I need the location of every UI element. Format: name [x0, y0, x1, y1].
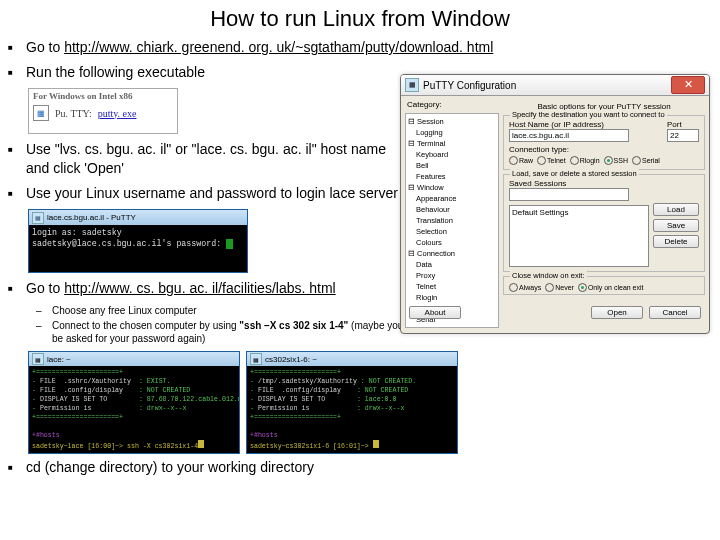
saved-sessions-label: Saved Sessions — [509, 179, 699, 188]
tree-node[interactable]: ⊟ Window — [408, 182, 496, 193]
category-label: Category: — [407, 100, 503, 109]
radio-option[interactable]: Always — [509, 283, 541, 292]
port-input[interactable] — [667, 129, 699, 142]
radio-option[interactable]: Only on clean exit — [578, 283, 644, 292]
term-left-title: lace: ~ — [47, 355, 71, 364]
dash-icon: – — [36, 304, 52, 317]
putty-icon: ▦ — [405, 78, 419, 92]
bullet-icon: ■ — [0, 184, 26, 203]
config-title: PuTTY Configuration — [423, 80, 516, 91]
step1-text: Go to — [26, 39, 64, 55]
radio-option[interactable]: Rlogin — [570, 156, 600, 165]
radio-option[interactable]: Never — [545, 283, 574, 292]
cursor-icon — [373, 440, 379, 448]
config-bottom-bar: About Open Cancel — [401, 306, 709, 319]
category-tree[interactable]: ⊟ SessionLogging⊟ TerminalKeyboardBellFe… — [405, 113, 499, 328]
tree-node[interactable]: Proxy — [408, 270, 496, 281]
config-titlebar: ▦PuTTY Configuration ✕ — [401, 75, 709, 96]
tree-node[interactable]: Selection — [408, 226, 496, 237]
conn-type-radios[interactable]: RawTelnetRloginSSHSerial — [509, 156, 699, 165]
tree-node[interactable]: Keyboard — [408, 149, 496, 160]
tree-node[interactable]: Telnet — [408, 281, 496, 292]
delete-button[interactable]: Delete — [653, 235, 699, 248]
tree-node[interactable]: Data — [408, 259, 496, 270]
radio-option[interactable]: SSH — [604, 156, 628, 165]
putty-icon: ▦ — [33, 105, 49, 121]
bullet-icon: ■ — [0, 140, 26, 159]
putty-icon: ▦ — [32, 353, 44, 365]
group-legend: Load, save or delete a stored session — [510, 169, 639, 178]
cancel-button[interactable]: Cancel — [649, 306, 701, 319]
putty-download-link[interactable]: http://www. chiark. greenend. org. uk/~s… — [64, 39, 493, 55]
tree-node[interactable]: Colours — [408, 237, 496, 248]
tree-node[interactable]: Logging — [408, 127, 496, 138]
group-close-on-exit: Close window on exit: AlwaysNeverOnly on… — [503, 276, 705, 295]
lace-terminal: login as: sadetsky sadetsky@lace.cs.bgu.… — [29, 225, 247, 272]
tree-node[interactable]: ⊟ Terminal — [408, 138, 496, 149]
host-input[interactable] — [509, 129, 629, 142]
bullet-step-3: ■ Use "lvs. cs. bgu. ac. il" or "lace. c… — [0, 140, 410, 178]
conn-type-label: Connection type: — [509, 145, 699, 154]
save-button[interactable]: Save — [653, 219, 699, 232]
tree-node[interactable]: Bell — [408, 160, 496, 171]
download-file[interactable]: putty. exe — [98, 108, 137, 119]
putty-config-window: ▦PuTTY Configuration ✕ Category: ⊟ Sessi… — [400, 74, 710, 334]
close-radios[interactable]: AlwaysNeverOnly on clean exit — [509, 283, 699, 292]
bullet-icon: ■ — [0, 63, 26, 82]
labs-link[interactable]: http://www. cs. bgu. ac. il/facilities/l… — [64, 280, 336, 296]
bullet-step-1: ■ Go to http://www. chiark. greenend. or… — [0, 38, 720, 57]
tree-node[interactable]: Translation — [408, 215, 496, 226]
cursor-icon — [226, 239, 233, 249]
download-label: Pu. TTY: — [55, 108, 92, 119]
term-right-body: +=====================+ - /tmp/.sadetsky… — [247, 366, 457, 453]
tree-node[interactable]: Behaviour — [408, 204, 496, 215]
about-button[interactable]: About — [409, 306, 461, 319]
radio-option[interactable]: Raw — [509, 156, 533, 165]
bullet-step-6: ■ cd (change directory) to your working … — [0, 458, 720, 477]
radio-option[interactable]: Serial — [632, 156, 660, 165]
tree-node[interactable]: Features — [408, 171, 496, 182]
terminal-right: ▦ cs302six1-6: ~ +=====================+… — [246, 351, 458, 454]
terminal-left: ▦ lace: ~ +=====================+ - FILE… — [28, 351, 240, 454]
term-right-title: cs302six1-6: ~ — [265, 355, 317, 364]
step3-text: Use "lvs. cs. bgu. ac. il" or "lace. cs.… — [26, 140, 410, 178]
step5a-text: Choose any free Linux computer — [52, 304, 197, 317]
group-legend: Close window on exit: — [510, 271, 587, 280]
tree-node[interactable]: ⊟ Connection — [408, 248, 496, 259]
putty-icon: ▦ — [32, 212, 44, 224]
download-header: For Windows on Intel x86 — [33, 91, 173, 101]
host-label: Host Name (or IP address) — [509, 120, 663, 129]
bullet-icon: ■ — [0, 38, 26, 57]
step6-text: cd (change directory) to your working di… — [26, 458, 314, 477]
lace-titlebar: ▦ lace.cs.bgu.ac.il - PuTTY — [29, 210, 247, 225]
term-left-body: +=====================+ - FILE .sshrc/Xa… — [29, 366, 239, 453]
dash-icon: – — [36, 319, 52, 332]
tree-node[interactable]: Rlogin — [408, 292, 496, 303]
saved-sessions-list[interactable]: Default Settings — [509, 205, 649, 267]
step2-text: Run the following executable — [26, 63, 205, 82]
tree-node[interactable]: ⊟ Session — [408, 116, 496, 127]
group-legend: Specify the destination you want to conn… — [510, 110, 667, 119]
group-destination: Specify the destination you want to conn… — [503, 115, 705, 170]
putty-icon: ▦ — [250, 353, 262, 365]
session-panel: Basic options for your PuTTY session Spe… — [503, 100, 705, 302]
lace-putty-window: ▦ lace.cs.bgu.ac.il - PuTTY login as: sa… — [28, 209, 248, 273]
step4-text: Use your Linux username and password to … — [26, 184, 398, 203]
load-button[interactable]: Load — [653, 203, 699, 216]
session-name-input[interactable] — [509, 188, 629, 201]
lace-title: lace.cs.bgu.ac.il - PuTTY — [47, 213, 136, 222]
port-label: Port — [667, 120, 699, 129]
putty-download-box: For Windows on Intel x86 ▦ Pu. TTY: putt… — [28, 88, 178, 134]
group-sessions: Load, save or delete a stored session Sa… — [503, 174, 705, 272]
close-button[interactable]: ✕ — [671, 76, 705, 94]
term-left-titlebar: ▦ lace: ~ — [29, 352, 239, 366]
bullet-icon: ■ — [0, 458, 26, 477]
radio-option[interactable]: Telnet — [537, 156, 566, 165]
sub-bullet-5b: – Connect to the chosen computer by usin… — [36, 319, 446, 345]
tree-node[interactable]: Appearance — [408, 193, 496, 204]
open-button[interactable]: Open — [591, 306, 643, 319]
step5-text: Go to — [26, 280, 64, 296]
page-title: How to run Linux from Window — [0, 6, 720, 32]
cursor-icon — [198, 440, 204, 448]
term-right-titlebar: ▦ cs302six1-6: ~ — [247, 352, 457, 366]
